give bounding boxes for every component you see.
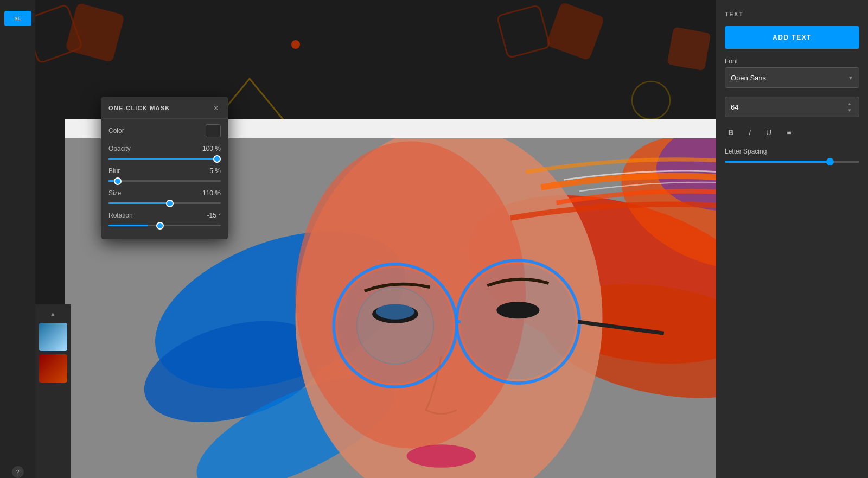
mask-close-button[interactable]: × xyxy=(211,103,221,113)
size-label: Size xyxy=(108,189,121,197)
mask-blur-label-row: Blur 5 % xyxy=(108,167,221,175)
letter-spacing-slider[interactable] xyxy=(725,161,859,163)
size-value: 110 % xyxy=(202,189,221,197)
svg-rect-5 xyxy=(497,5,550,58)
svg-point-7 xyxy=(632,81,670,119)
thumbnails-panel: ▲ xyxy=(35,304,71,478)
mask-rotation-row: Rotation -15 ° xyxy=(101,206,228,228)
rotation-label: Rotation xyxy=(108,212,133,219)
font-size-down-arrow[interactable]: ▼ xyxy=(846,107,853,113)
color-swatch[interactable] xyxy=(206,124,221,137)
font-size-value: 64 xyxy=(731,103,738,111)
rotation-value: -15 ° xyxy=(207,212,221,219)
svg-point-28 xyxy=(376,304,414,319)
svg-point-4 xyxy=(291,40,300,49)
color-label: Color xyxy=(108,127,124,135)
blur-slider[interactable] xyxy=(108,180,221,182)
svg-point-29 xyxy=(496,302,539,318)
opacity-value: 100 % xyxy=(202,145,221,152)
mask-dialog-header: ONE-CLICK MASK × xyxy=(101,97,228,119)
help-button[interactable]: ? xyxy=(12,466,24,478)
bold-button[interactable]: B xyxy=(725,126,737,139)
font-section: Font Open Sans ▼ xyxy=(725,58,859,88)
font-size-arrows: ▲ ▼ xyxy=(846,101,853,113)
letter-spacing-section: Letter Spacing xyxy=(725,148,859,163)
mask-dialog: ONE-CLICK MASK × Color Opacity 100 % Blu… xyxy=(101,97,228,239)
mask-opacity-row: Opacity 100 % xyxy=(101,139,228,162)
thumbnails-collapse[interactable]: ▲ xyxy=(39,309,67,320)
text-format-buttons: B I U ≡ xyxy=(725,126,859,139)
action-button[interactable]: SE xyxy=(4,11,31,26)
thumbnail-1[interactable] xyxy=(39,323,67,351)
right-panel: TEXT ADD TEXT Font Open Sans ▼ 64 ▲ ▼ B … xyxy=(716,0,868,478)
blur-value: 5 % xyxy=(209,167,221,175)
mask-size-label-row: Size 110 % xyxy=(108,189,221,197)
mask-color-row: Color xyxy=(101,119,228,139)
opacity-slider[interactable] xyxy=(108,158,221,160)
left-sidebar: SE ? xyxy=(0,0,35,478)
add-text-button[interactable]: ADD TEXT xyxy=(725,26,859,49)
mask-size-row: Size 110 % xyxy=(101,184,228,206)
font-value: Open Sans xyxy=(731,74,766,82)
mask-color-label-row: Color xyxy=(108,124,221,137)
font-size-up-arrow[interactable]: ▲ xyxy=(846,101,853,106)
svg-rect-6 xyxy=(546,2,605,61)
rotation-slider[interactable] xyxy=(108,225,221,226)
svg-point-26 xyxy=(407,444,476,467)
opacity-label: Opacity xyxy=(108,145,131,152)
mask-rotation-label-row: Rotation -15 ° xyxy=(108,212,221,219)
svg-rect-1 xyxy=(65,3,125,62)
font-size-section: 64 ▲ ▼ xyxy=(725,97,859,117)
font-size-input[interactable]: 64 ▲ ▼ xyxy=(725,97,859,117)
mask-blur-row: Blur 5 % xyxy=(101,162,228,184)
svg-point-23 xyxy=(461,264,576,379)
mask-dialog-title: ONE-CLICK MASK xyxy=(108,105,170,111)
svg-point-21 xyxy=(357,287,434,364)
letter-spacing-label: Letter Spacing xyxy=(725,148,859,155)
align-button[interactable]: ≡ xyxy=(783,126,794,139)
thumbnail-2[interactable] xyxy=(39,354,67,383)
mask-opacity-label-row: Opacity 100 % xyxy=(108,145,221,152)
font-select[interactable]: Open Sans ▼ xyxy=(725,67,859,88)
underline-button[interactable]: U xyxy=(763,126,775,139)
font-label: Font xyxy=(725,58,859,65)
size-slider[interactable] xyxy=(108,202,221,204)
blur-label: Blur xyxy=(108,167,120,175)
font-dropdown-icon: ▼ xyxy=(848,75,853,81)
right-panel-title: TEXT xyxy=(725,11,859,17)
svg-rect-8 xyxy=(667,27,711,71)
italic-button[interactable]: I xyxy=(745,126,754,139)
